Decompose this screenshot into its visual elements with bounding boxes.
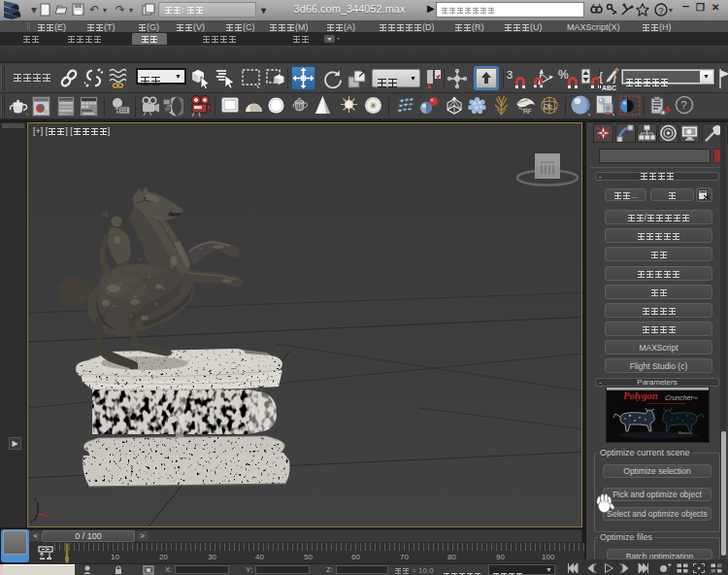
svg-text:z: z — [34, 496, 37, 502]
svg-text:ABC: ABC — [602, 85, 616, 91]
svg-text:y: y — [30, 518, 33, 524]
svg-text:Mootools: Mootools — [678, 431, 692, 435]
svg-text:%: % — [558, 68, 569, 82]
svg-text:x: x — [50, 516, 53, 522]
svg-text:{: { — [599, 70, 603, 84]
svg-text:?: ? — [658, 6, 663, 16]
svg-text:3: 3 — [507, 69, 513, 81]
svg-text:HF: HF — [523, 108, 532, 115]
svg-text:Ob: Ob — [544, 103, 552, 110]
svg-text:?: ? — [681, 99, 687, 111]
